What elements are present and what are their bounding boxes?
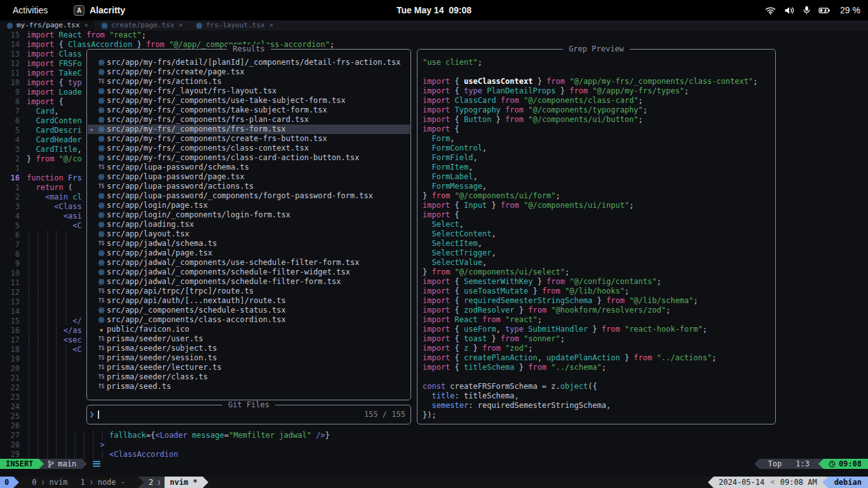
result-item[interactable]: src/app/jadwal/page.tsx — [88, 248, 410, 258]
result-item[interactable]: src/app/jadwal/_components/use-schedule-… — [88, 258, 410, 268]
tab-close-icon[interactable]: × — [269, 20, 274, 30]
editor-line[interactable]: 28│ │ │ │ │ │ │ │ > — [0, 440, 868, 450]
selection-caret-icon — [88, 105, 96, 115]
editor-line[interactable]: 29│ │ │ │ │ │ │ │ │ <ClassAccordion — [0, 450, 868, 459]
tmux-window[interactable]: 0❯nvim — [32, 477, 67, 488]
code-text: import React from "react"; — [27, 30, 146, 40]
battery-charging-icon — [818, 6, 832, 15]
react-icon — [96, 277, 107, 287]
tmux-hostname[interactable]: debian — [828, 477, 868, 488]
editor-line[interactable]: 14import { ClassAccordion } from "@/app/… — [0, 40, 868, 50]
result-item[interactable]: TSprisma/seeder/lecturer.ts — [88, 363, 410, 372]
result-path: src/app/lupa-password/page.tsx — [107, 172, 245, 182]
result-item[interactable]: src/app/_components/class-accordion.tsx — [88, 315, 410, 325]
code-text: │ │ │ │ │ </ — [27, 316, 82, 326]
ts-icon: TS — [96, 77, 107, 86]
tmux-window-active[interactable]: 2❯nvim * — [138, 477, 208, 488]
result-item[interactable]: ★public/favicon.ico — [88, 325, 410, 334]
line-number: 3 — [0, 145, 27, 154]
result-path: prisma/seeder/class.ts — [107, 372, 208, 382]
selection-caret-icon — [88, 210, 96, 220]
result-item[interactable]: TSprisma/seed.ts — [88, 382, 410, 391]
tab-create-page[interactable]: create/page.tsx × — [95, 20, 189, 30]
preview-line: SelectTrigger, — [423, 248, 774, 258]
powerline-separator — [138, 477, 144, 488]
tab-frs-layout[interactable]: frs-layout.tsx × — [189, 20, 280, 30]
ts-icon: TS — [96, 344, 107, 353]
result-item[interactable]: src/app/my-frs/_components/frs-plan-card… — [88, 115, 410, 125]
result-item[interactable]: src/app/loading.tsx — [88, 220, 410, 229]
result-item[interactable]: TSprisma/seeder/user.ts — [88, 334, 410, 344]
result-item[interactable]: src/app/my-frs/_layout/frs-layout.tsx — [88, 86, 410, 96]
result-item[interactable]: TSprisma/seeder/class.ts — [88, 372, 410, 382]
result-item[interactable]: TSsrc/app/my-frs/actions.ts — [88, 77, 410, 86]
result-path: src/app/my-frs/_components/frs-plan-card… — [107, 115, 309, 125]
gnome-top-bar: Activities A Alacritty Tue May 14 09:08 … — [0, 0, 868, 20]
result-path: src/app/lupa-password/schema.ts — [107, 163, 249, 172]
results-popup: Results src/app/my-frs/detail/[planId]/_… — [86, 49, 411, 400]
line-number: 6 — [0, 231, 27, 240]
result-item[interactable]: src/app/lupa-password/_components/forgot… — [88, 191, 410, 201]
selection-caret-icon — [88, 296, 96, 306]
result-item[interactable]: src/app/my-frs/_components/create-frs-bu… — [88, 134, 410, 144]
code-text: │ │ │ │ │ — [27, 412, 68, 421]
finder-prompt[interactable]: ❯ 155 / 155 — [90, 410, 405, 419]
editor-line[interactable]: 27│ │ │ │ │ │ │ │ │ fallback={<Loader me… — [0, 431, 868, 440]
result-item[interactable]: TSsrc/app/api/trpc/[trpc]/route.ts — [88, 287, 410, 296]
result-item[interactable]: src/app/_components/schedule-status.tsx — [88, 306, 410, 315]
line-number: 24 — [0, 402, 27, 412]
react-icon — [96, 258, 107, 268]
result-item[interactable]: TSsrc/app/api/auth/[...nextauth]/route.t… — [88, 296, 410, 306]
tmux-window-name: nvim — [50, 477, 68, 488]
preview-line: semester: requiredSemesterStringSchema, — [423, 401, 774, 410]
result-item[interactable]: TSsrc/app/jadwal/schema.ts — [88, 239, 410, 248]
react-icon — [96, 248, 107, 258]
tab-my-frs-page[interactable]: my-frs/page.tsx × — [0, 20, 95, 30]
result-item[interactable]: src/app/lupa-password/page.tsx — [88, 172, 410, 182]
result-item[interactable]: src/app/my-frs/_components/use-take-subj… — [88, 96, 410, 105]
tmux-session-badge[interactable]: 0 — [0, 477, 13, 488]
result-item[interactable]: TSsrc/app/lupa-password/schema.ts — [88, 163, 410, 172]
clock-menu[interactable]: Tue May 14 09:08 — [0, 5, 868, 15]
tab-close-icon[interactable]: × — [179, 20, 183, 30]
result-path: src/app/my-frs/_components/create-frs-bu… — [107, 134, 327, 144]
result-item[interactable]: TSprisma/seeder/session.ts — [88, 353, 410, 363]
result-item[interactable]: TSprisma/seeder/subject.ts — [88, 344, 410, 353]
react-icon — [96, 306, 107, 315]
result-item[interactable]: src/app/my-frs/_components/class-card-ac… — [88, 153, 410, 163]
selection-caret-icon — [88, 77, 96, 86]
code-text: │ │ │ │ │ │ │ │ │ fallback={<Loader mess… — [27, 431, 330, 440]
result-item[interactable]: src/app/jadwal/_components/schedule-filt… — [88, 277, 410, 287]
editor-line[interactable]: 15import React from "react"; — [0, 30, 868, 40]
tmux-window[interactable]: 1❯node - — [80, 477, 125, 488]
tab-close-icon[interactable]: × — [84, 20, 88, 30]
selection-caret-icon — [88, 229, 96, 239]
result-item[interactable]: src/app/layout.tsx — [88, 229, 410, 239]
text-cursor — [98, 410, 99, 419]
result-item[interactable]: src/app/login/_components/login-form.tsx — [88, 210, 410, 220]
result-item[interactable]: src/app/my-frs/create/page.tsx — [88, 67, 410, 77]
result-item[interactable]: src/app/my-frs/_components/take-subject-… — [88, 105, 410, 115]
selection-caret-icon — [88, 220, 96, 229]
result-item[interactable]: src/app/login/page.tsx — [88, 201, 410, 210]
ts-icon: TS — [96, 372, 107, 382]
result-item[interactable]: src/app/jadwal/_components/schedule-filt… — [88, 268, 410, 277]
preview-line: Select, — [423, 220, 774, 229]
selection-caret-icon — [88, 248, 96, 258]
code-text: <C — [27, 221, 82, 231]
powerline-separator — [13, 477, 19, 488]
preview-line: SelectContent, — [423, 229, 774, 239]
react-icon — [96, 96, 107, 105]
code-text: │ │ │ │ │ — [27, 402, 68, 412]
result-item[interactable]: ▸src/app/my-frs/_components/frs-form.tsx — [88, 125, 410, 134]
code-text: │ │ │ │ │ — [27, 421, 68, 431]
result-item[interactable]: src/app/my-frs/detail/[planId]/_componen… — [88, 58, 410, 67]
code-text: CardDescri — [27, 126, 82, 135]
ts-icon: TS — [96, 239, 107, 248]
ts-icon: TS — [96, 182, 107, 191]
selection-caret-icon — [88, 115, 96, 125]
result-item[interactable]: src/app/my-frs/_components/class-context… — [88, 144, 410, 153]
system-status-area[interactable]: 29 % — [765, 5, 860, 15]
result-path: src/app/loading.tsx — [107, 220, 194, 229]
result-item[interactable]: TSsrc/app/lupa-password/actions.ts — [88, 182, 410, 191]
